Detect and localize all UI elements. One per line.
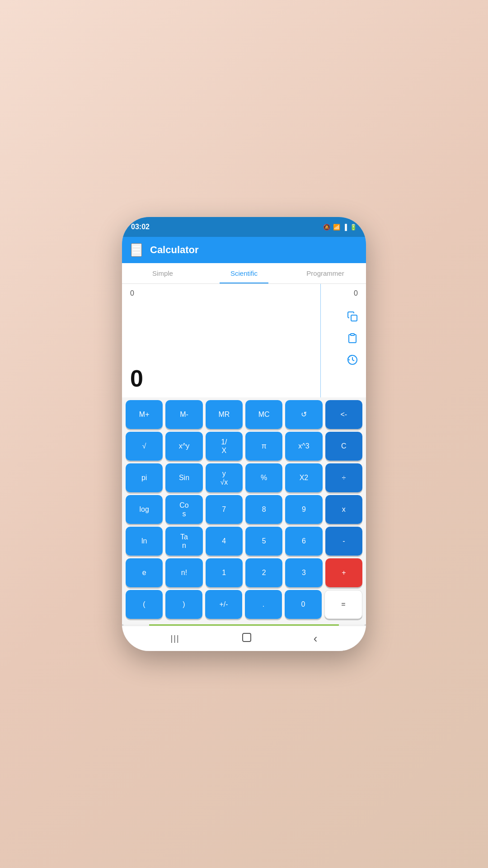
battery-icon: 🔋 (350, 224, 357, 231)
app-title: Calculator (150, 244, 199, 256)
key-pi[interactable]: π (245, 432, 282, 461)
tab-scientific[interactable]: Scientific (203, 263, 285, 283)
key-plusminus[interactable]: +/- (205, 590, 242, 619)
phone-frame: 03:02 🔕 📶 ▐ 🔋 ☰ Calculator Simple Scient… (122, 217, 366, 651)
tab-programmer[interactable]: Programmer (285, 263, 366, 283)
svg-rect-3 (243, 633, 251, 642)
key-clear[interactable]: C (325, 432, 362, 461)
key-sin[interactable]: Sin (165, 463, 202, 492)
key-6[interactable]: 6 (285, 527, 322, 556)
key-add[interactable]: + (325, 558, 362, 587)
key-divide[interactable]: ÷ (325, 463, 362, 492)
menu-button[interactable]: ☰ (131, 243, 142, 257)
status-bar: 03:02 🔕 📶 ▐ 🔋 (122, 217, 366, 237)
display-top-right: 0 (354, 289, 358, 297)
key-3[interactable]: 3 (285, 558, 322, 587)
status-icons: 🔕 📶 ▐ 🔋 (323, 224, 357, 231)
svg-rect-1 (351, 334, 354, 335)
key-sqrt[interactable]: √ (126, 432, 163, 461)
key-5[interactable]: 5 (245, 527, 282, 556)
key-open-paren[interactable]: ( (126, 590, 163, 619)
status-time: 03:02 (131, 223, 150, 231)
key-pi-label[interactable]: pi (126, 463, 163, 492)
key-reciprocal[interactable]: 1/ X (206, 432, 243, 461)
paste-button[interactable] (347, 333, 358, 346)
display-top-row: 0 0 (122, 284, 366, 297)
keypad-row-7: ( ) +/- . 0 = (126, 590, 362, 619)
app-header: ☰ Calculator (122, 237, 366, 263)
key-xpowy[interactable]: x^y (165, 432, 202, 461)
key-factorial[interactable]: n! (165, 558, 202, 587)
key-subtract[interactable]: - (325, 527, 362, 556)
keypad-row-1: M+ M- MR MC ↺ <- (126, 400, 362, 429)
keypad-row-2: √ x^y 1/ X π x^3 C (126, 432, 362, 461)
key-x2[interactable]: X2 (285, 463, 322, 492)
keypad-row-4: log Co s 7 8 9 x (126, 495, 362, 524)
key-0[interactable]: 0 (285, 590, 322, 619)
key-m-plus[interactable]: M+ (126, 400, 163, 429)
key-1[interactable]: 1 (206, 558, 243, 587)
key-log[interactable]: log (126, 495, 163, 524)
keypad-area: M+ M- MR MC ↺ <- √ x^y 1/ X π x^3 C pi S… (122, 397, 366, 624)
side-actions (347, 311, 358, 368)
keypad-row-6: e n! 1 2 3 + (126, 558, 362, 587)
key-m-minus[interactable]: M- (165, 400, 202, 429)
key-ln[interactable]: ln (126, 527, 163, 556)
display-area: 0 0 (122, 284, 366, 397)
key-multiply[interactable]: x (325, 495, 362, 524)
key-2[interactable]: 2 (245, 558, 282, 587)
svg-rect-0 (351, 315, 357, 321)
key-mc[interactable]: MC (245, 400, 282, 429)
tabs-bar: Simple Scientific Programmer (122, 263, 366, 284)
key-7[interactable]: 7 (206, 495, 243, 524)
signal-icon: ▐ (343, 224, 347, 231)
key-tan[interactable]: Ta n (165, 527, 202, 556)
keypad-row-3: pi Sin y √x % X2 ÷ (126, 463, 362, 492)
nav-home-button[interactable] (241, 632, 253, 646)
key-cos[interactable]: Co s (165, 495, 202, 524)
key-e[interactable]: e (126, 558, 163, 587)
key-xcubed[interactable]: x^3 (285, 432, 322, 461)
key-yroot[interactable]: y √x (206, 463, 243, 492)
key-9[interactable]: 9 (285, 495, 322, 524)
key-percent[interactable]: % (245, 463, 282, 492)
divider-line (320, 284, 321, 397)
tab-simple[interactable]: Simple (122, 263, 203, 283)
nav-menu-button[interactable]: ||| (171, 634, 180, 643)
key-equals[interactable]: = (324, 590, 362, 619)
mute-icon: 🔕 (323, 224, 330, 231)
key-backspace[interactable]: <- (325, 400, 362, 429)
history-button[interactable] (347, 354, 358, 368)
key-close-paren[interactable]: ) (165, 590, 202, 619)
key-8[interactable]: 8 (245, 495, 282, 524)
nav-bar: ||| ‹ (122, 626, 366, 651)
keypad-row-5: ln Ta n 4 5 6 - (126, 527, 362, 556)
key-dot[interactable]: . (245, 590, 282, 619)
copy-button[interactable] (347, 311, 358, 325)
display-top-left: 0 (130, 289, 134, 297)
key-rotate[interactable]: ↺ (285, 400, 322, 429)
key-mr[interactable]: MR (206, 400, 243, 429)
wifi-icon: 📶 (333, 224, 340, 231)
key-4[interactable]: 4 (206, 527, 243, 556)
display-result: 0 (130, 365, 143, 392)
nav-back-button[interactable]: ‹ (314, 632, 318, 646)
